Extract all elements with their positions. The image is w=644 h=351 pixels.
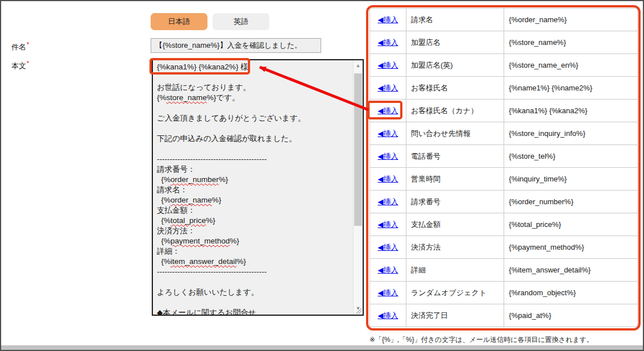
body-line <box>157 277 351 287</box>
body-line: 請求番号： <box>157 164 351 175</box>
misspelled-token: store_name <box>167 93 207 102</box>
insert-link[interactable]: ◀挿入 <box>377 220 398 229</box>
body-line: ご入金頂きましてありがとうございます。 <box>157 113 351 123</box>
body-line <box>157 72 351 82</box>
variable-token: {%paid_at%} <box>504 304 638 327</box>
body-line: {%item_answer_detail%} <box>157 257 351 267</box>
variable-name: お客様氏名 <box>406 77 504 100</box>
insert-link[interactable]: ◀挿入 <box>377 243 398 251</box>
variable-name: 詳細 <box>406 259 504 282</box>
insert-link[interactable]: ◀挿入 <box>377 84 398 92</box>
insert-link[interactable]: ◀挿入 <box>377 175 398 183</box>
variable-token: {%payment_method%} <box>504 236 638 259</box>
body-textarea[interactable]: {%kana1%} {%kana2%} 様お世話になっております。{%store… <box>152 59 364 316</box>
variable-row: ◀挿入決済方法{%payment_method%} <box>370 236 638 259</box>
misspelled-token: order_name <box>171 196 212 204</box>
variable-token: {%store_name_en%} <box>504 54 638 77</box>
body-text: {%kana1%} {%kana2%} 様お世話になっております。{%store… <box>157 62 351 315</box>
variable-name: ランダムオブジェクト <box>406 282 504 304</box>
variable-name: 決済方法 <box>406 236 504 259</box>
variable-row: ◀挿入決済完了日{%paid_at%} <box>370 304 638 327</box>
variable-row: ◀挿入お客様氏名（カナ）{%kana1%} {%kana2%} <box>370 100 638 122</box>
body-scrollbar[interactable]: ▲ ▼ <box>353 60 363 315</box>
body-line: 下記の申込みの入金確認が取れました。 <box>157 134 351 144</box>
tab-english[interactable]: 英語 <box>213 13 269 30</box>
body-line: {%order_name%} <box>157 195 351 205</box>
body-line: ----------------------------------------… <box>157 154 351 164</box>
variable-row: ◀挿入加盟店名{%store_name%} <box>370 31 638 54</box>
subject-input[interactable] <box>151 38 321 53</box>
insert-link[interactable]: ◀挿入 <box>377 197 398 206</box>
tab-japanese[interactable]: 日本語 <box>151 13 207 30</box>
variable-row: ◀挿入請求番号{%order_number%} <box>370 191 638 213</box>
variable-row: ◀挿入問い合わせ先情報{%store_inquiry_info%} <box>370 122 638 145</box>
body-field-label: 本文* <box>11 60 29 71</box>
table-footnote: ※「{%」,「%}」付きの文字は、メール送信時に各項目に置換されます。 <box>369 335 593 345</box>
body-line: ◆本メールに関するお問合せ <box>157 308 351 315</box>
variable-name: 請求名 <box>406 9 504 31</box>
body-line: 請求名： <box>157 185 351 195</box>
variable-name: お客様氏名（カナ） <box>406 100 504 122</box>
body-line: よろしくお願いいたします。 <box>157 287 351 298</box>
insert-link[interactable]: ◀挿入 <box>377 152 398 160</box>
body-line <box>157 298 351 308</box>
required-asterisk: * <box>27 42 29 48</box>
misspelled-token: payment_method <box>171 237 230 245</box>
insert-link[interactable]: ◀挿入 <box>377 288 398 297</box>
variable-name: 加盟店名 <box>406 31 504 54</box>
variable-row: ◀挿入営業時間{%inquiry_time%} <box>370 168 638 191</box>
subject-field-label: 件名* <box>11 42 29 52</box>
variable-token: {%order_number%} <box>504 191 638 213</box>
misspelled-token: item_answer_detail <box>171 257 236 266</box>
variable-token: {%store_inquiry_info%} <box>504 122 638 145</box>
variable-row: ◀挿入詳細{%item_answer_detail%} <box>370 259 638 282</box>
body-line: ----------------------------------------… <box>157 267 351 277</box>
body-line: 詳細： <box>157 246 351 257</box>
variable-name: 決済完了日 <box>406 304 504 327</box>
variables-table: ◀挿入請求名{%order_name%}◀挿入加盟店名{%store_name%… <box>369 8 638 327</box>
body-line: {%kana1%} {%kana2%} 様 <box>157 62 351 72</box>
scroll-up-icon[interactable]: ▲ <box>354 61 363 70</box>
insert-link[interactable]: ◀挿入 <box>377 15 398 24</box>
insert-link[interactable]: ◀挿入 <box>377 129 398 138</box>
variable-token: {%inquiry_time%} <box>504 168 638 191</box>
variable-token: {%store_tel%} <box>504 145 638 168</box>
variable-row: ◀挿入加盟店名(英){%store_name_en%} <box>370 54 638 77</box>
misspelled-token: order_number <box>171 175 219 184</box>
body-line: {%total_price%} <box>157 216 351 226</box>
body-line <box>157 123 351 134</box>
variable-name: 問い合わせ先情報 <box>406 122 504 145</box>
variable-token: {%store_name%} <box>504 31 638 54</box>
body-line <box>157 103 351 113</box>
text-cursor <box>249 63 250 71</box>
insert-link[interactable]: ◀挿入 <box>377 311 398 320</box>
misspelled-token: total_price <box>171 216 206 225</box>
variable-row: ◀挿入電話番号{%store_tel%} <box>370 145 638 168</box>
body-line: 支払金額： <box>157 205 351 216</box>
insert-link[interactable]: ◀挿入 <box>377 61 398 69</box>
variable-name: 電話番号 <box>406 145 504 168</box>
mail-template-editor: 件名* 本文* 日本語 英語 {%kana1%} {%kana2%} 様お世話に… <box>0 0 644 351</box>
body-line <box>157 144 351 154</box>
variable-row: ◀挿入お客様氏名{%name1%} {%name2%} <box>370 77 638 100</box>
variable-name: 請求番号 <box>406 191 504 213</box>
insert-link[interactable]: ◀挿入 <box>377 106 398 115</box>
insert-link[interactable]: ◀挿入 <box>377 266 398 274</box>
variable-row: ◀挿入支払金額{%total_price%} <box>370 213 638 236</box>
body-line: {%order_number%} <box>157 175 351 185</box>
body-line: {%store_name%}です。 <box>157 93 351 103</box>
variable-name: 支払金額 <box>406 213 504 236</box>
variable-name: 営業時間 <box>406 168 504 191</box>
variable-name: 加盟店名(英) <box>406 54 504 77</box>
body-line: {%payment_method%} <box>157 236 351 246</box>
scrollbar-thumb[interactable] <box>354 73 362 226</box>
variable-token: {%name1%} {%name2%} <box>504 77 638 100</box>
required-asterisk: * <box>27 60 29 67</box>
body-line: お世話になっております。 <box>157 82 351 93</box>
insert-link[interactable]: ◀挿入 <box>377 38 398 47</box>
variable-token: {%item_answer_detail%} <box>504 259 638 282</box>
variable-token: {%random_object%} <box>504 282 638 304</box>
resize-handle-icon[interactable] <box>355 307 362 314</box>
variable-row: ◀挿入ランダムオブジェクト{%random_object%} <box>370 282 638 304</box>
bottom-scroll-strip[interactable] <box>1 345 643 350</box>
